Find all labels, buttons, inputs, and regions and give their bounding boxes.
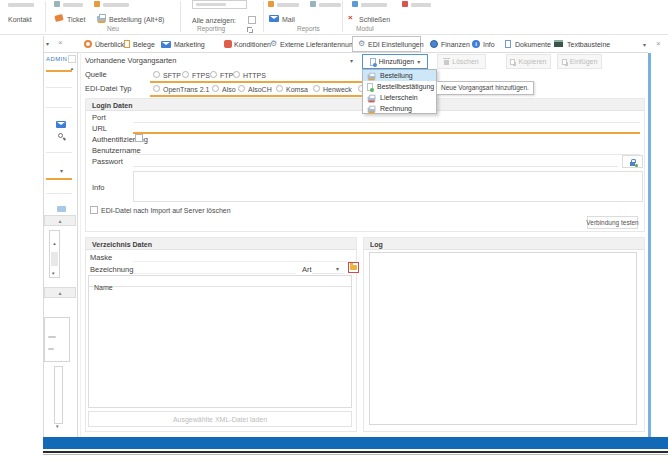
art-label: Art (302, 266, 312, 274)
radio-ftp[interactable] (210, 71, 217, 78)
search-icon[interactable] (58, 133, 63, 138)
radio-henweck-label[interactable]: Henweck (323, 86, 352, 93)
bezeichnung-field[interactable] (133, 273, 296, 274)
alle-anzeigen-checkbox[interactable] (248, 16, 256, 24)
radio-opentrans-label[interactable]: OpenTrans 2.1 (163, 86, 209, 93)
collapse-up-button[interactable]: ▴ (44, 287, 76, 298)
radio-komsa-label[interactable]: Komsa (286, 86, 308, 93)
loeschen-button[interactable]: Löschen (437, 54, 486, 69)
mail-button[interactable]: Mail (282, 16, 295, 23)
maske-field[interactable] (133, 261, 351, 262)
url-label: URL (92, 125, 107, 133)
benutzername-field[interactable] (133, 154, 640, 155)
schliessen-button[interactable]: Schließen (359, 16, 390, 23)
scroll-up-icon[interactable]: ▴ (68, 55, 76, 63)
passwort-field[interactable] (133, 166, 618, 167)
scrollbar[interactable] (54, 366, 63, 424)
art-dropdown-icon[interactable]: ▾ (336, 266, 339, 272)
radio-ftp-label[interactable]: FTP (220, 72, 233, 79)
hinzufuegen-tooltip: Neue Vorgangsart hinzufügen. (436, 81, 534, 95)
maske-label: Maske (90, 254, 112, 262)
cutoff-fragment (8, 3, 34, 7)
radio-alsoch-label[interactable]: AlsoCH (248, 86, 272, 93)
trash-icon (444, 60, 449, 65)
cutoff-combobox[interactable] (192, 0, 247, 9)
printer-icon (368, 74, 376, 79)
verbindung-testen-label: Verbindung testen (586, 219, 638, 226)
menu-item-lieferschein[interactable]: Lieferschein (363, 92, 436, 103)
tab-close-icon[interactable]: × (656, 40, 661, 48)
tab-belege[interactable]: Belege (133, 41, 155, 48)
menu-item-bestellung[interactable]: Bestellung (363, 70, 436, 81)
url-field[interactable] (133, 132, 640, 134)
kopieren-button[interactable]: Kopieren (506, 54, 551, 69)
verzeichnis-list[interactable]: Name (88, 275, 352, 408)
load-xml-button[interactable]: Ausgewählte XML-Datei laden (88, 411, 352, 427)
radio-sftp[interactable] (153, 71, 160, 78)
radio-https-label[interactable]: HTTPS (243, 72, 266, 79)
radio-also-label[interactable]: Also (222, 86, 236, 93)
hinzufuegen-button[interactable]: Hinzufügen ▾ (362, 54, 428, 69)
verzeichnis-daten-header: Verzeichnis Daten (86, 238, 356, 250)
radio-alsoch[interactable] (238, 85, 245, 92)
conditions-icon (224, 40, 232, 48)
clipped-list[interactable] (44, 317, 70, 362)
radio-also[interactable] (212, 85, 219, 92)
einfuegen-button[interactable]: Einfügen (557, 54, 602, 69)
password-key-button[interactable] (622, 155, 643, 168)
ribbon-separator (263, 1, 264, 32)
tab-dokumente[interactable]: Dokumente (515, 41, 551, 48)
overview-icon (84, 40, 92, 48)
delete-after-import-label[interactable]: EDI-Datei nach Import auf Server löschen (101, 207, 231, 214)
panel-dropdown-icon[interactable]: ▾ (46, 41, 49, 47)
scrollbar-thumb[interactable] (51, 252, 58, 266)
scroll-down-icon[interactable]: ▾ (52, 271, 55, 276)
port-field[interactable] (133, 122, 640, 123)
add-folder-button[interactable] (348, 262, 359, 273)
tab-finanzen[interactable]: Finanzen (441, 41, 470, 48)
ticket-button[interactable]: Ticket (67, 16, 85, 23)
alle-anzeigen-label: Alle anzeigen: (192, 17, 236, 24)
left-panel-border (43, 36, 44, 437)
tab-ueberblick[interactable]: Überblick (95, 41, 124, 48)
hinzufuegen-menu: Bestellung Bestellbestätigung Liefersche… (362, 69, 437, 114)
scroll-up-icon[interactable]: ▴ (50, 231, 59, 249)
info-textarea[interactable] (133, 171, 643, 202)
tab-textbausteine[interactable]: Textbausteine (567, 41, 610, 48)
name-column-header[interactable]: Name (94, 284, 113, 291)
art-combobox[interactable] (312, 273, 345, 274)
radio-ftps[interactable] (182, 71, 189, 78)
menu-item-bestellbestaetigung[interactable]: Bestellbestätigung (363, 81, 436, 92)
auth-checkbox[interactable] (135, 134, 143, 142)
tab-marketing[interactable]: Marketing (174, 41, 205, 48)
tab-konditionen[interactable]: Konditionen (234, 41, 271, 48)
verbindung-testen-button[interactable]: Verbindung testen (587, 216, 638, 229)
radio-https[interactable] (233, 71, 240, 78)
collapse-up-button[interactable]: ▴ (44, 215, 76, 226)
ticket-icon (55, 15, 63, 21)
document-icon (505, 40, 511, 48)
cutoff-fragment (63, 3, 83, 7)
vorgangsarten-dropdown-icon[interactable]: ▾ (350, 58, 353, 64)
radio-komsa[interactable] (276, 85, 283, 92)
kontakt-button[interactable]: Kontakt (8, 16, 32, 23)
radio-ftps-label[interactable]: FTPS (192, 72, 210, 79)
radio-henweck[interactable] (313, 85, 320, 92)
tab-info[interactable]: Info (483, 41, 495, 48)
cutoff-icon (352, 1, 358, 7)
bestellung-button[interactable]: Bestellung (Alt+8) (109, 16, 164, 23)
cutoff-icon (268, 1, 274, 7)
panel-close-icon[interactable]: × (58, 39, 63, 47)
tab-edi-einstellungen[interactable]: ⚙ EDI Einstellungen (352, 36, 421, 52)
tab-overflow-icon[interactable]: ▾ (643, 42, 646, 48)
menu-item-rechnung[interactable]: Rechnung (363, 103, 436, 114)
field-line (46, 193, 72, 194)
delete-after-import-checkbox[interactable] (90, 206, 98, 214)
radio-opentrans[interactable] (153, 85, 160, 92)
gear-icon: ⚙ (270, 40, 277, 48)
scroll-down-icon[interactable]: ▾ (56, 424, 59, 429)
dialog-launcher-icon[interactable] (247, 27, 252, 32)
radio-sftp-label[interactable]: SFTP (163, 72, 181, 79)
chevron-down-icon[interactable]: ▾ (60, 168, 63, 174)
menu-item-label: Lieferschein (380, 94, 418, 101)
